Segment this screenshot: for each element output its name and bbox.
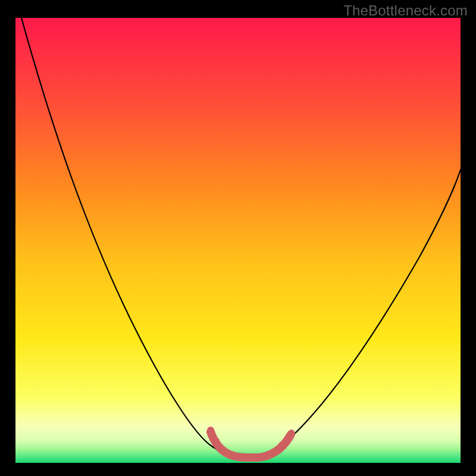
highlight-dot <box>212 437 220 444</box>
watermark-text: TheBottleneck.com <box>343 2 468 19</box>
bottleneck-curve <box>21 18 461 456</box>
highlight-dot <box>289 430 295 436</box>
plot-area <box>15 18 461 463</box>
curve-layer <box>15 18 461 463</box>
highlight-dot <box>278 441 286 449</box>
highlight-dot <box>207 427 214 434</box>
highlight-dot <box>285 435 291 441</box>
highlight-dot <box>221 447 227 453</box>
outer-frame: TheBottleneck.com <box>0 0 476 476</box>
